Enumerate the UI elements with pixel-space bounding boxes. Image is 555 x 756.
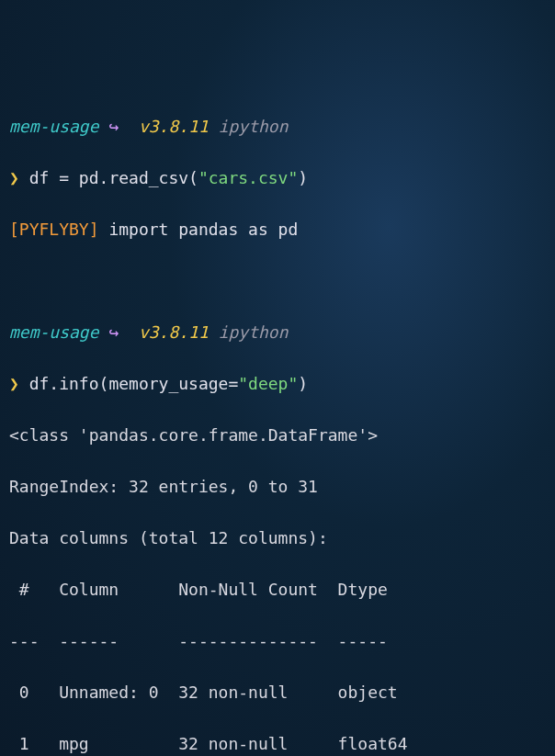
interpreter-name: ipython bbox=[219, 117, 289, 136]
table-row: 0 Unnamed: 0 32 non-null object bbox=[9, 680, 546, 705]
interpreter-name: ipython bbox=[219, 322, 289, 342]
output-range: RangeIndex: 32 entries, 0 to 31 bbox=[9, 474, 546, 500]
output-cols-total: Data columns (total 12 columns): bbox=[9, 525, 546, 551]
pyflyby-msg: import pandas as pd bbox=[99, 220, 299, 239]
command-string-arg: "cars.csv" bbox=[198, 168, 298, 187]
output-table-divider: --- ------ -------------- ----- bbox=[9, 628, 546, 654]
blank-line bbox=[9, 268, 546, 294]
output-table-header: # Column Non-Null Count Dtype bbox=[9, 577, 546, 603]
prompt-line-2: mem-usage ↪ v3.8.11 ipython bbox=[9, 320, 546, 345]
command-text-pre: df = pd.read_csv( bbox=[29, 168, 198, 187]
pyflyby-line: [PYFLYBY] import pandas as pd bbox=[9, 217, 546, 243]
arrow-icon: ↪ bbox=[108, 322, 119, 342]
output-class: <class 'pandas.core.frame.DataFrame'> bbox=[9, 423, 546, 448]
prompt-line-1: mem-usage ↪ v3.8.11 ipython bbox=[9, 114, 546, 140]
command-string-arg: "deep" bbox=[238, 374, 298, 393]
command-text-post: ) bbox=[298, 168, 308, 187]
env-name: mem-usage bbox=[9, 117, 99, 136]
env-name: mem-usage bbox=[9, 322, 99, 342]
arrow-icon: ↪ bbox=[108, 117, 119, 136]
pyflyby-tag: [PYFLYBY] bbox=[9, 220, 99, 239]
command-text-pre: df.info(memory_usage= bbox=[29, 374, 239, 393]
command-line-1[interactable]: ❯ df = pd.read_csv("cars.csv") bbox=[9, 165, 546, 191]
command-text-post: ) bbox=[298, 374, 308, 393]
python-version: v3.8.11 bbox=[139, 117, 209, 136]
python-version: v3.8.11 bbox=[139, 322, 209, 342]
table-row: 1 mpg 32 non-null float64 bbox=[9, 731, 546, 756]
command-line-2[interactable]: ❯ df.info(memory_usage="deep") bbox=[9, 371, 546, 397]
prompt-marker: ❯ bbox=[9, 374, 19, 393]
prompt-marker: ❯ bbox=[9, 168, 19, 187]
